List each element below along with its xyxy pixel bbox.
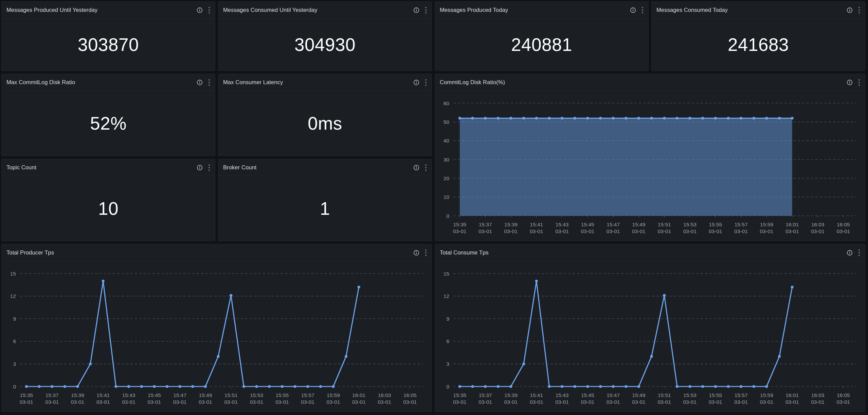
series-point [51, 385, 53, 388]
chart-svg: 0369121515:3503-0115:3703-0115:3903-0115… [435, 261, 865, 412]
kebab-menu-icon[interactable] [208, 6, 210, 14]
x-axis-time-label: 16:05 [837, 392, 850, 398]
kebab-menu-icon[interactable] [858, 6, 860, 14]
panel-title[interactable]: Topic Count [6, 164, 36, 171]
series-area-fill [460, 118, 792, 216]
x-axis-date-label: 03-01 [760, 399, 774, 405]
panel-title[interactable]: CommitLog Disk Ratio(%) [440, 79, 505, 86]
x-axis-date-label: 03-01 [530, 228, 543, 234]
x-axis-time-label: 15:41 [96, 392, 110, 398]
info-circle-icon[interactable] [847, 250, 853, 256]
panel-title[interactable]: Messages Produced Until Yesterday [6, 7, 97, 13]
y-axis-tick-label: 0 [446, 213, 449, 219]
series-point [765, 117, 768, 119]
panel-header: Total Producer Tps [2, 244, 432, 261]
info-circle-icon[interactable] [413, 165, 419, 171]
x-axis-time-label: 15:51 [658, 222, 671, 227]
series-point [306, 385, 309, 388]
series-point [791, 117, 794, 119]
x-axis-date-label: 03-01 [785, 228, 799, 234]
panel-topic-count: Topic Count 10 [1, 159, 215, 241]
info-circle-icon[interactable] [197, 79, 203, 86]
y-axis-tick-label: 3 [446, 361, 449, 367]
x-axis-date-label: 03-01 [632, 399, 646, 405]
panel-title[interactable]: Messages Consumed Until Yesterday [223, 7, 318, 13]
total-consume-tps-chart[interactable]: 0369121515:3503-0115:3703-0115:3903-0115… [435, 261, 865, 412]
series-point [599, 385, 602, 388]
panel-header: Messages Produced Today [435, 2, 648, 19]
series-point [586, 385, 589, 388]
x-axis-date-label: 03-01 [301, 399, 314, 405]
kebab-menu-icon[interactable] [425, 79, 427, 86]
info-circle-icon[interactable] [413, 250, 419, 256]
series-point [701, 117, 704, 119]
series-point [471, 385, 474, 388]
info-circle-icon[interactable] [847, 79, 853, 86]
panel-max-commitlog-disk-ratio: Max CommitLog Disk Ratio 52% [1, 74, 215, 156]
panel-title[interactable]: Messages Consumed Today [656, 7, 728, 13]
x-axis-time-label: 15:37 [46, 392, 59, 398]
panel-title[interactable]: Broker Count [223, 164, 256, 171]
kebab-menu-icon[interactable] [425, 6, 427, 14]
x-axis-time-label: 15:53 [683, 222, 697, 227]
series-point [765, 385, 768, 388]
x-axis-date-label: 03-01 [199, 399, 212, 405]
panel-header: Max Consumer Latency [218, 74, 432, 91]
x-axis-date-label: 03-01 [224, 399, 238, 405]
stat-value: 1 [320, 200, 330, 218]
kebab-menu-icon[interactable] [425, 164, 427, 171]
series-point [676, 117, 679, 119]
series-point [612, 117, 615, 119]
x-axis-time-label: 15:39 [71, 392, 84, 398]
series-point [484, 385, 487, 388]
info-circle-icon[interactable] [630, 7, 636, 13]
series-point [561, 385, 563, 388]
info-circle-icon[interactable] [197, 7, 203, 13]
panel-title[interactable]: Max Consumer Latency [223, 79, 283, 86]
kebab-menu-icon[interactable] [641, 6, 644, 14]
panel-header: CommitLog Disk Ratio(%) [435, 74, 865, 91]
series-point [102, 280, 105, 282]
panel-header: Total Consume Tps [435, 244, 865, 261]
x-axis-time-label: 15:41 [530, 222, 543, 227]
x-axis-date-label: 03-01 [478, 228, 492, 234]
panel-header: Max CommitLog Disk Ratio [2, 74, 215, 91]
commitlog-disk-ratio-chart[interactable]: 010203040506015:3503-0115:3703-0115:3903… [435, 91, 865, 241]
x-axis-time-label: 15:57 [735, 392, 748, 398]
x-axis-time-label: 15:35 [453, 392, 466, 398]
x-axis-date-label: 03-01 [403, 399, 417, 405]
series-point [230, 294, 232, 297]
x-axis-date-label: 03-01 [734, 228, 748, 234]
series-point [637, 385, 640, 388]
x-axis-time-label: 15:55 [275, 392, 289, 398]
kebab-menu-icon[interactable] [208, 79, 210, 86]
panel-title[interactable]: Max CommitLog Disk Ratio [6, 79, 75, 86]
kebab-menu-icon[interactable] [425, 249, 427, 257]
total-producer-tps-chart[interactable]: 0369121515:3503-0115:3703-0115:3903-0115… [2, 261, 432, 412]
y-axis-tick-label: 12 [444, 293, 449, 299]
series-point [25, 385, 28, 388]
panel-title[interactable]: Total Consume Tps [440, 249, 489, 256]
y-axis-tick-label: 50 [444, 119, 450, 125]
kebab-menu-icon[interactable] [858, 249, 860, 257]
x-axis-date-label: 03-01 [173, 399, 187, 405]
kebab-menu-icon[interactable] [858, 79, 860, 86]
x-axis-time-label: 15:59 [760, 222, 773, 227]
x-axis-time-label: 15:45 [148, 392, 161, 398]
y-axis-tick-label: 9 [446, 316, 449, 322]
series-point [561, 117, 563, 119]
stat-value: 10 [98, 200, 119, 218]
series-point [294, 385, 296, 388]
panel-header: Broker Count [218, 159, 432, 176]
info-circle-icon[interactable] [847, 7, 853, 13]
info-circle-icon[interactable] [413, 7, 419, 13]
x-axis-time-label: 15:55 [709, 392, 722, 398]
x-axis-date-label: 03-01 [96, 399, 110, 405]
panel-title[interactable]: Messages Produced Today [440, 7, 508, 13]
kebab-menu-icon[interactable] [208, 164, 210, 171]
info-circle-icon[interactable] [413, 79, 419, 86]
series-point [319, 385, 322, 388]
x-axis-date-label: 03-01 [709, 399, 722, 405]
panel-title[interactable]: Total Producer Tps [6, 249, 54, 256]
info-circle-icon[interactable] [197, 165, 203, 171]
